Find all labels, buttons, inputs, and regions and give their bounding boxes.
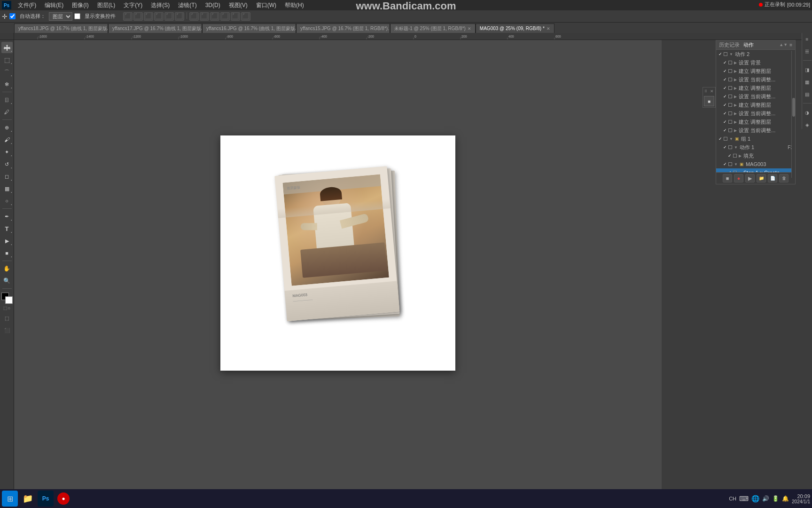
crop-tool[interactable]: ⌹ ▪ [1, 94, 13, 105]
taskbar-bandicam[interactable]: ● [55, 491, 71, 507]
menu-filter[interactable]: 滤镜(T) [174, 0, 200, 10]
tab-5-close[interactable]: ✕ [547, 26, 550, 31]
gradient-panel-icon[interactable]: ▤ [803, 90, 812, 98]
eyedropper-tool[interactable]: 🖊 [1, 106, 13, 118]
play-button[interactable]: ▶ [745, 174, 755, 183]
action-item-dongzuo1[interactable]: ✓ ▼ 动作 1 F2 [716, 143, 795, 151]
distribute-right-btn[interactable]: ⬛ [241, 12, 250, 21]
action-item-build-adj3[interactable]: ✓ ▶ 建立 调整图层 [716, 101, 795, 109]
action-item-build-adj4[interactable]: ✓ ▶ 建立 调整图层 [716, 118, 795, 126]
menu-window[interactable]: 窗口(W) [252, 0, 280, 10]
show-transform-checkbox[interactable] [74, 13, 80, 19]
foreground-background-colors[interactable] [1, 293, 13, 304]
menu-help[interactable]: 帮助(H) [281, 0, 308, 10]
canvas-area[interactable]: 图层蒙版 [14, 40, 662, 494]
background-color[interactable] [5, 296, 13, 304]
action-item-dongzuo2[interactable]: ✓ ▼ 动作 2 [716, 50, 795, 58]
start-button[interactable]: ⊞ [2, 491, 18, 507]
zoom-tool[interactable]: 🔍 [1, 275, 13, 286]
tab-4-close[interactable]: ✕ [468, 26, 471, 31]
tab-2[interactable]: yffancs16.JPG @ 16.7% (曲线 1, 图层蒙版/8)... … [202, 24, 296, 33]
menu-file[interactable]: 文件(F) [14, 0, 40, 10]
eraser-tool[interactable]: ◻ ▪ [1, 171, 13, 182]
move-tool[interactable]: ▪ [1, 42, 13, 53]
menu-type[interactable]: 文字(Y) [120, 0, 146, 10]
action-item-build-adj1[interactable]: ✓ ▶ 建立 调整图层 [716, 67, 795, 75]
quick-select-tool[interactable]: ✻ ▪ [1, 79, 13, 90]
align-top-btn[interactable]: ⬛ [123, 12, 133, 21]
align-bottom-btn[interactable]: ⬛ [144, 12, 153, 21]
tab-3[interactable]: yffancs15.JPG @ 16.7% (图层 1, RGB/8*)... … [296, 24, 390, 33]
distribute-middle-btn[interactable]: ⬛ [200, 12, 209, 21]
menu-3d[interactable]: 3D(D) [202, 1, 224, 9]
menu-layer[interactable]: 图层(L) [94, 0, 119, 10]
align-left-btn[interactable]: ⬛ [154, 12, 164, 21]
action-item-set-current3[interactable]: ✓ ▶ 设置 当前调整... [716, 109, 795, 118]
path-select-tool[interactable]: ▶ ▪ [1, 235, 13, 246]
action-item-fill[interactable]: ✓ ▶ 填充 [716, 151, 795, 160]
taskbar-file-explorer[interactable]: 📁 [20, 491, 36, 507]
volume-icon[interactable]: 🔊 [762, 495, 769, 502]
action-item-mag003[interactable]: ✓ ▼ ▣ MAG003 [716, 160, 795, 168]
record-button[interactable]: ● [734, 174, 743, 183]
auto-select-checkbox[interactable] [9, 13, 16, 19]
new-folder-button[interactable]: 📁 [757, 174, 766, 183]
menu-image[interactable]: 图像(I) [68, 0, 92, 10]
adjustments-icon[interactable]: ◑ [803, 108, 812, 117]
layers-panel-icon[interactable]: ≡ [803, 35, 812, 43]
dodge-tool[interactable]: ○ ▪ [1, 195, 13, 206]
float-panel-close-button[interactable]: ✕ [710, 89, 714, 94]
quick-mask-tool[interactable]: ⬚ [1, 312, 13, 324]
pen-tool[interactable]: ✒ ▪ [1, 211, 13, 222]
action-item-build-adj2[interactable]: ✓ ▶ 建立 调整图层 [716, 84, 795, 92]
spot-healing-tool[interactable]: ⊕ ▪ [1, 122, 13, 133]
type-tool[interactable]: T ▪ [1, 223, 13, 234]
float-panel-action-btn[interactable]: ■ [704, 96, 714, 106]
align-middle-btn[interactable]: ⬛ [133, 12, 143, 21]
scrollbar-thumb[interactable] [792, 98, 795, 117]
distribute-left-btn[interactable]: ⬛ [220, 12, 230, 21]
channels-panel-icon[interactable]: ☰ [803, 47, 812, 56]
action-item-step1[interactable]: ✓ ▶ Step 1 :: Create [716, 168, 795, 172]
panel-menu-button[interactable]: ≡ [789, 42, 792, 48]
styles-icon[interactable]: ◈ [803, 120, 812, 129]
align-center-btn[interactable]: ⬛ [164, 12, 174, 21]
tab-5[interactable]: MAG003 @ 25% (09, RGB/8) * ✕ [476, 24, 554, 33]
hand-tool[interactable]: ✋ [1, 263, 13, 274]
input-method[interactable]: CH [729, 496, 736, 501]
battery-icon[interactable]: 🔋 [772, 495, 779, 502]
layer-group-select[interactable]: 图层 [49, 12, 72, 21]
scrollbar[interactable] [791, 51, 795, 178]
action-item-group1[interactable]: ✓ ▼ ▣ 组 1 [716, 135, 795, 143]
selection-tool[interactable]: ⬚ ▪ [1, 54, 13, 65]
menu-view[interactable]: 视图(V) [225, 0, 251, 10]
screen-mode-tool[interactable]: ⬛ [1, 325, 13, 336]
action-item-set-background[interactable]: ✓ ▶ 设置 背景 [716, 58, 795, 67]
distribute-bottom-btn[interactable]: ⬛ [210, 12, 219, 21]
tab-actions[interactable]: 动作 [743, 41, 754, 48]
lasso-tool[interactable]: ⌒ ▪ [1, 66, 13, 78]
taskbar-photoshop[interactable]: Ps [38, 491, 54, 507]
action-item-set-current4[interactable]: ✓ ▶ 设置 当前调整... [716, 126, 795, 135]
tab-1[interactable]: yffancs17.JPG @ 16.7% (曲线 1, 图层蒙版/8)... … [108, 24, 202, 33]
delete-button[interactable]: 🗑 [779, 174, 789, 183]
tab-4[interactable]: 未标题-1 @ 25% (图层 1, RGB/8*) ✕ [390, 24, 476, 33]
swatches-icon[interactable]: ▦ [803, 78, 812, 86]
tab-0[interactable]: yffancs18.JPG @ 16.7% (曲线 1, 图层蒙版/8)... … [14, 24, 108, 33]
new-action-button[interactable]: 📄 [768, 174, 777, 183]
keyboard-icon[interactable]: ⌨ [739, 495, 749, 502]
network-icon[interactable]: 🌐 [751, 495, 759, 502]
menu-select[interactable]: 选择(S) [147, 0, 173, 10]
gradient-tool[interactable]: ▦ ▪ [1, 183, 13, 194]
panel-collapse[interactable]: ▲▼ [779, 42, 788, 48]
clone-stamp-tool[interactable]: ✦ ▪ [1, 146, 13, 158]
action-item-set-current1[interactable]: ✓ ▶ 设置 当前调整... [716, 75, 795, 84]
distribute-top-btn[interactable]: ⬛ [189, 12, 199, 21]
brush-tool[interactable]: 🖌 ▪ [1, 134, 13, 145]
shape-tool[interactable]: ■ ▪ [1, 247, 13, 259]
distribute-center-btn[interactable]: ⬛ [231, 12, 240, 21]
history-brush-tool[interactable]: ↺ ▪ [1, 159, 13, 170]
color-panel-icon[interactable]: ◨ [803, 65, 812, 74]
action-item-set-current2[interactable]: ✓ ▶ 设置 当前调整... [716, 92, 795, 101]
stop-button[interactable]: ■ [723, 174, 732, 183]
